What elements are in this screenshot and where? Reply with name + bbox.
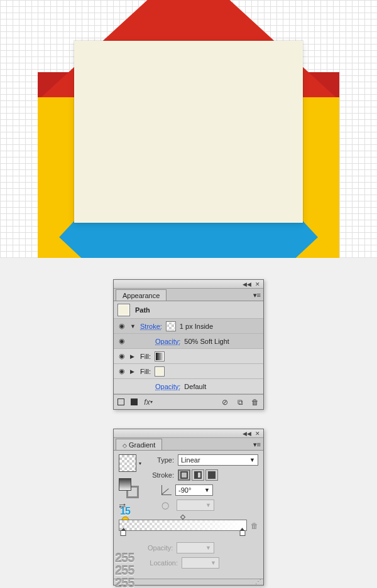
visibility-icon[interactable]: ◉ bbox=[117, 337, 126, 345]
stop-opacity-label: Opacity: bbox=[148, 544, 173, 552]
appearance-footer: fx▾ ⊘ ⧉ 🗑 bbox=[114, 394, 263, 409]
stroke-link[interactable]: Stroke: bbox=[140, 323, 162, 330]
fill-swatch-gradient[interactable] bbox=[155, 351, 165, 361]
appearance-target-row: Path bbox=[114, 301, 263, 319]
stroke-label: Stroke: bbox=[149, 471, 174, 479]
artboard-canvas bbox=[0, 0, 377, 258]
angle-icon bbox=[161, 485, 172, 495]
stop-location-input: ▼ bbox=[182, 557, 219, 569]
panel-menu-icon[interactable]: ▾≡ bbox=[253, 291, 261, 301]
add-effect-icon[interactable]: fx▾ bbox=[144, 398, 153, 407]
new-stroke-icon[interactable] bbox=[117, 398, 124, 405]
fill-swatch-solid[interactable] bbox=[155, 366, 165, 377]
stroke-value: 1 px Inside bbox=[180, 323, 213, 330]
panel-topbar: ◀◀ ✕ bbox=[114, 429, 263, 438]
resize-grip-icon[interactable]: ⋰ bbox=[114, 579, 263, 585]
duplicate-icon[interactable]: ⧉ bbox=[236, 398, 244, 407]
opacity-link[interactable]: Opacity: bbox=[155, 383, 180, 390]
target-thumbnail[interactable] bbox=[117, 304, 130, 316]
stop-opacity-input: ▼ bbox=[177, 542, 214, 553]
appearance-body: Path ◉ ▼ Stroke: 1 px Inside ◉ Opacity: … bbox=[114, 301, 263, 409]
panel-tabs: Appearance ▾≡ bbox=[114, 289, 263, 301]
preset-dropdown-icon[interactable]: ▾ bbox=[139, 461, 141, 466]
panel-menu-icon[interactable]: ▾≡ bbox=[253, 441, 261, 450]
visibility-icon[interactable]: ◉ bbox=[117, 367, 126, 375]
panels-area: ◀◀ ✕ Appearance ▾≡ Path ◉ ▼ Stroke: 1 px… bbox=[0, 258, 377, 588]
opacity-value: 50% Soft Light bbox=[184, 338, 229, 345]
tab-appearance[interactable]: Appearance bbox=[116, 289, 167, 301]
stroke-gradient-mode bbox=[178, 469, 218, 481]
collapse-icon[interactable]: ◀◀ bbox=[243, 281, 251, 287]
opacity-value: Default bbox=[184, 383, 206, 390]
envelope-illustration bbox=[38, 0, 339, 258]
gradient-stop-left[interactable] bbox=[121, 530, 126, 536]
fill-label: Fill: bbox=[140, 353, 151, 360]
stroke-mode-across[interactable] bbox=[205, 469, 218, 481]
fill-stroke-proxy[interactable] bbox=[119, 478, 139, 498]
stroke-mode-along[interactable] bbox=[192, 469, 204, 481]
stroke-swatch[interactable] bbox=[166, 321, 176, 331]
stop-location-label: Location: bbox=[148, 559, 178, 567]
default-opacity-row[interactable]: Opacity: Default bbox=[114, 379, 263, 394]
angle-input[interactable]: -90°▼ bbox=[175, 484, 213, 496]
gradient-panel: ◀◀ ✕ ◇ Gradient ▾≡ ▾ ⮂ bbox=[113, 429, 264, 585]
letter-paper bbox=[74, 41, 303, 223]
clear-appearance-icon[interactable]: ⊘ bbox=[221, 398, 229, 407]
disclosure-icon[interactable]: ▶ bbox=[130, 353, 136, 360]
fill-row-1[interactable]: ◉ ▶ Fill: bbox=[114, 349, 263, 364]
stroke-opacity-row[interactable]: ◉ Opacity: 50% Soft Light bbox=[114, 334, 263, 349]
aspect-input: ▼ bbox=[177, 500, 214, 511]
target-name: Path bbox=[135, 306, 150, 314]
gradient-slider[interactable] bbox=[119, 520, 247, 531]
close-icon[interactable]: ✕ bbox=[255, 430, 260, 437]
collapse-icon[interactable]: ◀◀ bbox=[243, 430, 251, 437]
annotation-opacity-15: 15 bbox=[120, 506, 130, 517]
type-select[interactable]: Linear▼ bbox=[178, 454, 258, 466]
fill-proxy[interactable] bbox=[119, 478, 131, 491]
panel-tabs: ◇ Gradient ▾≡ bbox=[114, 438, 263, 451]
fill-label: Fill: bbox=[140, 368, 151, 375]
tab-gradient[interactable]: ◇ Gradient bbox=[116, 439, 162, 450]
delete-stop-icon[interactable]: 🗑 bbox=[251, 521, 258, 530]
stroke-mode-within[interactable] bbox=[178, 469, 190, 481]
disclosure-icon[interactable]: ▼ bbox=[130, 323, 136, 329]
visibility-icon[interactable]: ◉ bbox=[117, 322, 126, 330]
fill-row-2[interactable]: ◉ ▶ Fill: bbox=[114, 364, 263, 379]
aspect-ratio-icon: ◯ bbox=[161, 501, 173, 510]
opacity-link[interactable]: Opacity: bbox=[155, 338, 180, 345]
visibility-icon[interactable]: ◉ bbox=[117, 352, 126, 360]
gradient-preview[interactable]: ▾ bbox=[119, 454, 136, 472]
delete-icon[interactable]: 🗑 bbox=[251, 398, 260, 407]
gradient-body: ▾ ⮂ Type: Linear▼ bbox=[114, 451, 263, 579]
type-label: Type: bbox=[149, 456, 174, 464]
gradient-stop-right[interactable] bbox=[239, 530, 245, 536]
gradient-midpoint[interactable] bbox=[180, 515, 185, 520]
annotation-255-b: 255 bbox=[115, 576, 134, 588]
new-fill-icon[interactable] bbox=[131, 398, 138, 405]
disclosure-icon[interactable]: ▶ bbox=[130, 368, 136, 375]
close-icon[interactable]: ✕ bbox=[255, 281, 260, 287]
panel-topbar: ◀◀ ✕ bbox=[114, 280, 263, 289]
appearance-panel: ◀◀ ✕ Appearance ▾≡ Path ◉ ▼ Stroke: 1 px… bbox=[113, 279, 264, 410]
stroke-row[interactable]: ◉ ▼ Stroke: 1 px Inside bbox=[114, 319, 263, 334]
